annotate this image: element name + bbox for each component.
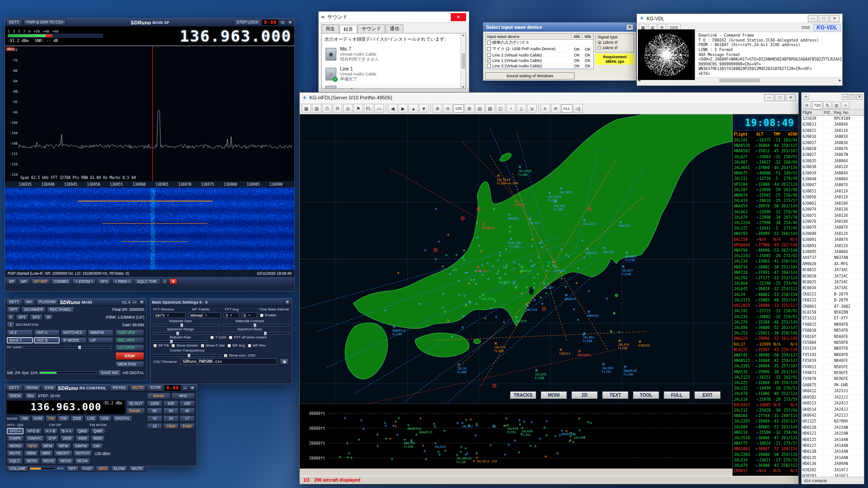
zoom-in-icon[interactable]: ⊕ [433, 104, 442, 113]
contact-row[interactable]: GK0513 JA24JJ [802, 400, 864, 406]
contact-row[interactable]: HD0130 JA14AN [802, 449, 864, 455]
contact-row[interactable]: GK0502 JA23JJ [802, 394, 864, 400]
scanner-button[interactable]: SCANNER [21, 306, 46, 313]
contact-row[interactable]: 6J0047 JA807X [802, 182, 864, 188]
aircraft-marker[interactable]: ✈ [561, 273, 564, 281]
flight-row[interactable]: ANA775 18024 -21 275/57 [733, 441, 798, 446]
aircraft-marker[interactable]: ✈ [487, 274, 491, 282]
ma-button[interactable]: MA [24, 299, 35, 305]
flight-row[interactable]: JAL679 23998 -34 267/70 [733, 215, 798, 220]
waterfall-gain-slider[interactable] [153, 324, 220, 326]
close-button[interactable]: ✕ [626, 24, 633, 30]
wave-device-row[interactable]: マイク (2- USB PnP Audio Device) OK OK [486, 46, 593, 52]
sound-tab[interactable]: 録音 [340, 25, 357, 33]
tctr-button[interactable]: TCTR [147, 385, 163, 391]
aircraft-marker[interactable]: ✈ [479, 292, 482, 300]
aircraft-marker[interactable]: ✈ [577, 263, 580, 272]
aircraft-marker[interactable]: ✈JAL473 FL380 [494, 338, 505, 353]
up-icon[interactable]: ▲ [409, 104, 418, 113]
aircraft-marker[interactable]: ✈ [495, 311, 498, 319]
pwr-snr-csv-button[interactable]: PWR & SNR TO CSV [24, 19, 66, 26]
aircraft-marker[interactable]: ✈ANA454 [587, 307, 599, 318]
aircraft-marker[interactable]: ✈ [531, 234, 534, 242]
mwfm-button[interactable]: MW/FM [88, 329, 114, 336]
aircraft-marker[interactable]: ✈ [475, 299, 478, 307]
aircraft-marker[interactable]: ✈ [560, 244, 563, 252]
aircraft-marker[interactable]: ✈ [531, 417, 534, 425]
aircraft-marker[interactable]: ✈ [470, 275, 473, 283]
spectrum-range-slider[interactable] [153, 332, 220, 334]
vfo-button[interactable]: QMR [91, 428, 105, 435]
aircraft-marker[interactable]: ✈ [424, 446, 427, 454]
flight-row[interactable]: JAL253 25011 -30 250/146 [733, 330, 798, 336]
agc-button[interactable]: FAST [80, 465, 95, 472]
close-button[interactable]: ✕ [287, 20, 293, 25]
sp1-button[interactable]: SP1 [16, 314, 28, 321]
aircraft-marker[interactable]: ✈ [569, 436, 572, 444]
step-lock-button[interactable]: STEP LOCK [234, 19, 261, 26]
zoom-out-icon[interactable]: ⊖ [443, 104, 453, 113]
contact-row[interactable]: 6J0056 JA811X [802, 194, 864, 200]
bands-tab[interactable]: Bands [127, 408, 145, 414]
flight-row[interactable]: JAL419 20010 -25 273/57 [733, 198, 798, 203]
nb-button[interactable]: NBOFF [54, 450, 72, 457]
flight-row[interactable]: JAL234 33003 -41 258/143 [733, 258, 798, 264]
hfdl-titlebar[interactable]: ✈ KG-HFDL(Server 0/10 PortNo 49505) — □ … [300, 93, 798, 103]
aircraft-marker[interactable]: ✈ [520, 428, 524, 436]
aircraft-marker[interactable]: ✈ [557, 448, 560, 456]
aircraft-marker[interactable]: ✈ [509, 226, 512, 234]
save-ws-button[interactable]: SAVE WS [98, 370, 121, 376]
contact-row[interactable]: GK0642 JA22JJ [802, 413, 864, 418]
aircraft-marker[interactable]: ✈ [554, 431, 557, 439]
flight-row[interactable]: ANA793 39999 -52 260/149 [733, 231, 798, 236]
save-icon[interactable]: ▥ [832, 102, 840, 109]
aircraft-marker[interactable]: ✈ [462, 311, 466, 319]
aircraft-marker[interactable]: ✈ [519, 267, 523, 275]
aircraft-marker[interactable]: ✈ [581, 235, 585, 244]
aircraft-marker[interactable]: ✈ [415, 429, 419, 437]
shape-icon[interactable]: ◫ [496, 104, 505, 113]
wave-device-row[interactable]: Line 2 (Virtual Audio Cable) OK OK [486, 52, 593, 58]
aircraft-marker[interactable]: ✈JAL107 [542, 279, 554, 290]
aircraft-marker[interactable]: ✈JAL434 FL260 [618, 336, 629, 350]
csv-filename-input[interactable]: SDRuno_PWRSNR.csv [180, 358, 277, 365]
sound-tab[interactable]: 再生 [321, 24, 339, 33]
enter-button[interactable]: Enter [179, 423, 195, 430]
vfo-button[interactable]: VFO B [25, 428, 42, 435]
flight-row[interactable]: JAL107 23998 -29 262/98 [733, 187, 798, 192]
osd-checkbox[interactable]: Show curs. OSD [224, 353, 255, 357]
aircraft-marker[interactable]: ✈ [493, 420, 496, 428]
aircraft-marker[interactable]: ✈ [467, 448, 470, 456]
flight-row[interactable]: JAL191 18375 -21 283/44 [733, 137, 798, 143]
minimize-button[interactable]: — [182, 385, 188, 391]
agc-button[interactable]: SLOW [111, 465, 127, 472]
vfo-button[interactable]: A > B [43, 428, 58, 435]
aircraft-marker[interactable]: ✈ANA8510 FL340 [623, 362, 637, 376]
aircraft-marker[interactable]: ✈JAL876 FL390 [535, 366, 546, 380]
filter-select[interactable]: ALL [561, 104, 572, 113]
device-checkbox[interactable] [487, 41, 491, 45]
fft-window-select[interactable]: Sin^3 [153, 312, 186, 318]
flight-row[interactable]: JAL2234 27998 -38 254/46 [733, 220, 798, 225]
aircraft-marker[interactable]: ✈ [545, 451, 548, 459]
minimize-button[interactable]: — [808, 15, 818, 22]
flight-row[interactable]: JAL627 24003 -32 258/91 [733, 154, 798, 160]
main-sp-titlebar[interactable]: SETT. PWR & SNR TO CSV SDRuno MAIN SP ST… [5, 19, 294, 27]
sound-tab[interactable]: 通信 [386, 24, 403, 33]
filter-button[interactable]: 6000 [91, 435, 105, 442]
stop-button[interactable]: STOP [115, 352, 144, 361]
sort-icon[interactable]: ⇅ [823, 102, 831, 109]
contact-row[interactable]: BC0018 JA73AC [802, 273, 864, 279]
mem-pan-button[interactable]: MEM PAN [115, 361, 144, 368]
aircraft-marker[interactable]: ✈ [505, 420, 508, 428]
maximize-button[interactable]: □ [849, 94, 855, 100]
volume-slider[interactable] [30, 467, 55, 470]
contact-row[interactable]: AA9737 N837AN [802, 255, 864, 261]
prev-icon[interactable]: ◀ [388, 104, 397, 113]
device-row[interactable]: ♪ Line 1 Virtual Audio Cable 準備完了 [325, 64, 463, 84]
contact-row[interactable]: 6J0016 JA801X [802, 134, 864, 140]
contact-row[interactable]: 6J0091 JA807X [802, 237, 864, 243]
list-icon[interactable]: ≡ [841, 102, 849, 109]
aircraft-marker[interactable]: ✈ [460, 446, 463, 455]
contact-row[interactable]: 6J0039 JA804X [802, 170, 864, 176]
